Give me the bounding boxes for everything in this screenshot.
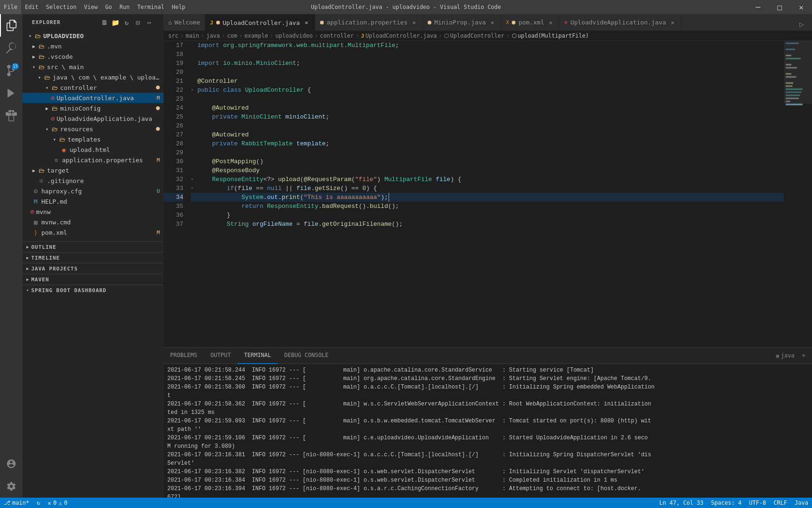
code-content[interactable]: import org.springframework.web.multipart… — [187, 41, 784, 347]
menu-run[interactable]: Run — [116, 0, 133, 14]
tree-root-uploadvideo[interactable]: ▾ 🗁 UPLOADVIDEO — [23, 31, 164, 41]
status-sync[interactable]: ↻ — [33, 498, 44, 508]
status-errors[interactable]: ✕ 0 ⚠ 0 — [44, 498, 71, 508]
status-eol[interactable]: CRLF — [770, 498, 791, 508]
tree-mvnw-cmd[interactable]: ▦ mvnw.cmd — [23, 217, 164, 227]
tab-uploadvide-app[interactable]: ⊘ UploadvideApplication.java ✕ — [560, 14, 681, 31]
collapse-button[interactable]: ⊟ — [133, 18, 143, 27]
run-code-button[interactable]: ▷ — [795, 17, 808, 31]
menu-file[interactable]: File — [0, 0, 21, 14]
code-editor[interactable]: 17 18 19 20 21 22 23 24 25 26 27 28 29 3… — [164, 41, 812, 347]
tab-pom-xml[interactable]: X pom.xml ✕ — [501, 14, 560, 31]
tree-app-properties[interactable]: ≡ application.properties M — [23, 155, 164, 165]
maximize-button[interactable]: □ — [769, 0, 790, 14]
status-spaces[interactable]: Spaces: 4 — [707, 498, 745, 508]
html-icon: ◉ — [60, 146, 68, 153]
java-projects-label: JAVA PROJECTS — [31, 266, 78, 272]
refresh-button[interactable]: ↻ — [122, 18, 132, 27]
breadcrumb-src[interactable]: src — [168, 32, 179, 39]
tree-pom-xml[interactable]: ⟩ pom.xml M — [23, 227, 164, 238]
tab-welcome[interactable]: ⌂ Welcome — [164, 14, 205, 31]
activity-accounts[interactable] — [0, 452, 23, 475]
breadcrumb-uploadvideo[interactable]: uploadvideo — [275, 32, 312, 39]
menu-selection[interactable]: Selection — [42, 0, 80, 14]
panel-tab-output[interactable]: OUTPUT — [204, 348, 237, 364]
more-actions-button[interactable]: ⋯ — [145, 18, 154, 27]
breadcrumb-file[interactable]: JUploadController.java — [361, 32, 437, 39]
status-branch[interactable]: ⎇ main* — [0, 498, 33, 508]
status-encoding[interactable]: UTF-8 — [745, 498, 770, 508]
status-language[interactable]: Java — [791, 498, 812, 508]
panel-tab-problems[interactable]: PROBLEMS — [164, 348, 204, 364]
tree-java[interactable]: ▾ 🗁 java \ com \ example \ uploadvideo — [23, 72, 164, 82]
outline-header[interactable]: ▶ OUTLINE — [23, 242, 164, 252]
breadcrumb-method[interactable]: ⬡upload(MultipartFile) — [512, 32, 589, 39]
uploadvide-app-close[interactable]: ✕ — [669, 19, 676, 26]
tree-gitignore[interactable]: ⊙ .gitignore — [23, 175, 164, 186]
terminal-line-13: 2021-06-17 00:23:16.382 INFO 16972 --- [… — [167, 468, 808, 476]
close-button[interactable]: ✕ — [790, 0, 812, 14]
add-terminal-button[interactable]: + — [799, 350, 808, 361]
pom-xml-close[interactable]: ✕ — [547, 19, 554, 26]
tree-uploadcontroller[interactable]: ⊘ UploadController.java M — [23, 93, 164, 103]
activity-extensions[interactable] — [0, 104, 23, 127]
tree-target[interactable]: ▶ 🗁 target — [23, 165, 164, 175]
activity-explorer[interactable] — [0, 14, 23, 37]
tree-uploadvideapp[interactable]: ⊘ UploadvideApplication.java — [23, 113, 164, 124]
panel-tab-terminal[interactable]: TERMINAL — [237, 348, 278, 364]
java-projects-header[interactable]: ▶ JAVA PROJECTS — [23, 263, 164, 274]
upload-controller-icon: J — [210, 20, 213, 26]
breadcrumb-class[interactable]: ⬡UploadController — [444, 32, 505, 39]
tree-mvnw[interactable]: ⊘ mvnw — [23, 206, 164, 217]
tree-mvn[interactable]: ▶ 🗁 .mvn — [23, 41, 164, 51]
terminal-line-8: xt path '' — [167, 425, 808, 434]
menu-edit[interactable]: Edit — [21, 0, 42, 14]
breadcrumb-com[interactable]: com — [227, 32, 237, 39]
tab-app-properties[interactable]: application.properties ✕ — [315, 14, 423, 31]
java-projects-section: ▶ JAVA PROJECTS — [23, 263, 164, 274]
root-label: UPLOADVIDEO — [43, 32, 160, 40]
fold-22[interactable]: ▾ — [191, 86, 197, 95]
menu-help[interactable]: Help — [168, 0, 189, 14]
activity-source-control[interactable]: 15 — [0, 59, 23, 82]
activity-run[interactable] — [0, 82, 23, 104]
breadcrumb-controller[interactable]: controller — [320, 32, 354, 39]
panel-tab-debug-console[interactable]: DEBUG CONSOLE — [278, 348, 335, 364]
tree-minioconfig[interactable]: ▶ 🗁 minioConfig — [23, 103, 164, 113]
tree-resources[interactable]: ▾ 🗁 resources — [23, 124, 164, 134]
new-folder-button[interactable]: 📁 — [111, 18, 120, 27]
menu-view[interactable]: View — [80, 0, 102, 14]
outline-section: ▶ OUTLINE — [23, 241, 164, 252]
tree-controller[interactable]: ▾ 🗁 controller — [23, 82, 164, 93]
breadcrumb-example[interactable]: example — [244, 32, 268, 39]
app-properties-close[interactable]: ✕ — [410, 19, 418, 26]
breadcrumb-main[interactable]: main — [186, 32, 199, 39]
menu-go[interactable]: Go — [102, 0, 116, 14]
timeline-header[interactable]: ▶ TIMELINE — [23, 253, 164, 263]
tree-templates[interactable]: ▾ 🗁 templates — [23, 134, 164, 144]
minimize-button[interactable]: ─ — [747, 0, 769, 14]
status-position[interactable]: Ln 47, Col 33 — [656, 498, 707, 508]
activity-search[interactable] — [0, 37, 23, 59]
java-indicator: ▦ java — [773, 350, 797, 361]
minioprop-close[interactable]: ✕ — [489, 19, 496, 26]
minimap — [784, 41, 812, 347]
tree-help-md[interactable]: M HELP.md — [23, 196, 164, 206]
fold-33[interactable]: ▾ — [191, 184, 197, 193]
tree-vscode[interactable]: ▶ 🗁 .vscode — [23, 51, 164, 62]
tab-upload-controller[interactable]: J UploadController.java ✕ — [205, 14, 315, 31]
spring-boot-header[interactable]: ▾ SPRING BOOT DASHBOARD — [23, 285, 164, 295]
maven-header[interactable]: ▶ MAVEN — [23, 274, 164, 285]
tree-upload-html[interactable]: ◉ upload.html — [23, 144, 164, 155]
panel-content[interactable]: 2021-06-17 00:21:58.244 INFO 16972 --- [… — [164, 364, 812, 498]
status-right: Ln 47, Col 33 Spaces: 4 UTF-8 CRLF Java — [656, 498, 812, 508]
activity-settings[interactable] — [0, 475, 23, 498]
tab-minioprop[interactable]: MinioProp.java ✕ — [423, 14, 501, 31]
new-file-button[interactable]: 🗎 — [100, 18, 109, 27]
tree-src[interactable]: ▾ 🗁 src \ main — [23, 62, 164, 72]
fold-32[interactable]: ▾ — [191, 175, 197, 184]
breadcrumb-java[interactable]: java — [206, 32, 220, 39]
upload-controller-close[interactable]: ✕ — [303, 19, 310, 26]
menu-terminal[interactable]: Terminal — [133, 0, 168, 14]
tree-haproxy[interactable]: ⚙ haproxy.cfg U — [23, 186, 164, 196]
